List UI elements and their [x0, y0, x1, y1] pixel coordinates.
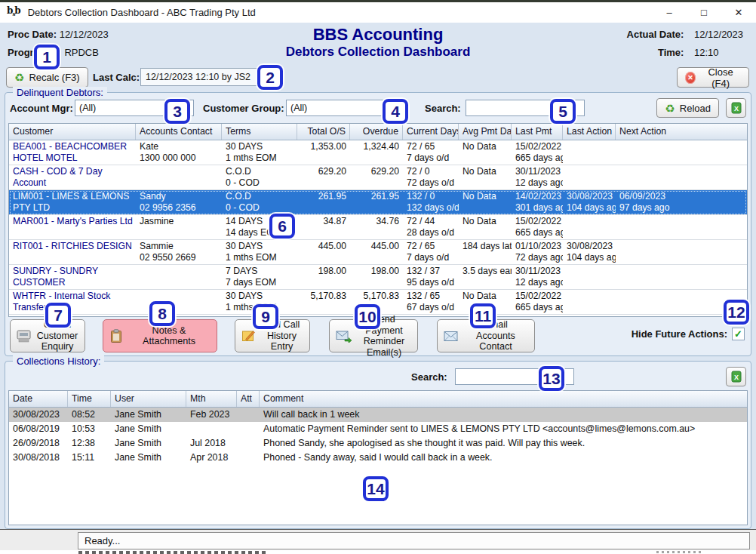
col-user[interactable]: User: [111, 391, 186, 407]
col-overdue[interactable]: Overdue: [350, 124, 403, 140]
cell-time: 10:53: [68, 422, 111, 436]
cell-current: 132 / 0132 days o/d: [403, 190, 459, 214]
annotation-badge-9: 9: [253, 304, 278, 329]
account-mgr-label: Account Mgr:: [10, 103, 73, 114]
cell-lastpmt: 15/02/2022665 days ago: [512, 140, 563, 165]
annotation-badge-13: 13: [539, 366, 564, 391]
cell-terms: C.O.D0 - COD: [222, 165, 297, 189]
history-row[interactable]: 06/08/201910:53Jane SmithAutomatic Payme…: [9, 422, 747, 436]
history-row[interactable]: 30/08/202308:52Jane SmithFeb 2023Will ca…: [9, 408, 747, 422]
close-window-button[interactable]: ✕: [721, 2, 756, 23]
cell-avg: No Data: [459, 165, 512, 189]
debtor-row[interactable]: BEA001 - BEACHCOMBERHOTEL MOTELKate1300 …: [9, 140, 747, 165]
cell-terms: 30 DAYS1 mths EOM: [222, 240, 297, 264]
col-terms[interactable]: Terms: [222, 124, 297, 140]
cell-avg: 3.5 days early: [459, 265, 512, 289]
debtor-row[interactable]: MAR001 - Marty's Parties LtdJasmine14 DA…: [9, 215, 747, 240]
cell-customer: WHTFR - Internal StockTransfer: [9, 290, 136, 314]
col-avg-pmt-days[interactable]: Avg Pmt Da...: [459, 124, 512, 140]
cell-nextaction: [616, 140, 747, 165]
cell-avg: No Data: [459, 215, 512, 239]
col-customer[interactable]: Customer: [9, 124, 136, 140]
clipboard-icon: [109, 329, 123, 343]
debtor-row[interactable]: LIM001 - LIMES & LEMONSPTY LTDSandy02 99…: [9, 190, 747, 215]
recycle-icon: ♻: [14, 72, 24, 83]
cell-comment: Automatic Payment Reminder sent to LIMES…: [260, 422, 747, 436]
annotation-badge-12: 12: [724, 300, 749, 325]
cell-nextaction: 06/09/202397 days ago: [616, 190, 747, 214]
annotation-badge-6: 6: [269, 214, 295, 239]
col-mth[interactable]: Mth: [186, 391, 237, 407]
actual-date-value: 12/12/2023: [694, 29, 748, 40]
col-time[interactable]: Time: [68, 391, 111, 407]
hide-future-actions-label: Hide Future Actions:: [632, 328, 727, 340]
history-table-header: Date Time User Mth Att Comment: [9, 391, 747, 408]
debtor-row[interactable]: RIT001 - RITCHIES DESIGNSammie02 9550 26…: [9, 240, 747, 265]
cell-lastpmt: 30/11/202312 days ago: [512, 265, 563, 289]
cell-user: Jane Smith: [111, 408, 186, 422]
debtor-row[interactable]: SUNDRY - SUNDRYCUSTOMER7 DAYS7 days EOM1…: [9, 265, 747, 290]
cell-comment: Will call back in 1 week: [260, 408, 747, 422]
debtors-table: Customer Accounts Contact Terms Total O/…: [8, 123, 748, 317]
close-f4-button[interactable]: ✕ Close (F4): [677, 67, 749, 88]
program-value: RPDCB: [64, 47, 99, 58]
cell-contact: [136, 265, 222, 289]
export-excel-icon: X: [730, 102, 742, 114]
col-next-action[interactable]: Next Action: [616, 124, 747, 140]
cell-customer: BEA001 - BEACHCOMBERHOTEL MOTEL: [9, 140, 136, 165]
minimize-button[interactable]: –: [652, 2, 687, 23]
cell-current: 132 / 3795 days o/d: [403, 265, 459, 289]
time-row: Time: 12:10: [627, 47, 748, 58]
cell-lastpmt: 15/02/2022665 days ago: [512, 290, 563, 314]
history-row[interactable]: 30/08/201815:11Jane SmithApr 2018Phoned …: [9, 451, 747, 465]
cell-current: 72 / 4428 days o/d: [403, 215, 459, 239]
cell-nextaction: [616, 240, 747, 264]
cell-comment: Phoned Sandy, she apologised as she thou…: [260, 436, 747, 451]
col-current-days[interactable]: Current Days: [403, 124, 459, 140]
annotation-badge-8: 8: [149, 301, 175, 326]
background-window-sliver: [0, 550, 756, 554]
col-att[interactable]: Att: [237, 391, 260, 407]
cell-terms: 30 DAYS1 mths EOM: [222, 140, 297, 165]
col-total-os[interactable]: Total O/S: [297, 124, 350, 140]
cell-customer: CASH - COD & 7 DayAccount: [9, 165, 136, 189]
cell-total: 1,353.00: [297, 140, 350, 165]
export-excel-button[interactable]: X: [726, 98, 746, 118]
reload-button[interactable]: ♻ Reload: [656, 98, 719, 118]
annotation-badge-14: 14: [363, 476, 389, 501]
col-comment[interactable]: Comment: [260, 391, 747, 407]
app-logo-icon: bsb: [7, 7, 20, 18]
time-label: Time:: [658, 47, 684, 58]
history-export-excel-button[interactable]: X: [726, 367, 746, 386]
history-row[interactable]: 26/09/201812:38Jane SmithJul 2018Phoned …: [9, 436, 747, 451]
col-accounts-contact[interactable]: Accounts Contact: [136, 124, 222, 140]
cell-date: 30/08/2018: [9, 451, 68, 465]
cell-att: [237, 422, 260, 436]
collections-history-group: Collections History: Search: X Date Time…: [5, 361, 751, 529]
cell-user: Jane Smith: [111, 422, 186, 436]
col-last-action[interactable]: Last Action: [563, 124, 616, 140]
cell-date: 26/09/2018: [9, 436, 68, 451]
debtor-row[interactable]: CASH - COD & 7 DayAccountC.O.D0 - COD629…: [9, 165, 747, 190]
action-button-label: Notes &Attachments: [128, 325, 211, 347]
cell-date: 30/08/2023: [9, 408, 68, 422]
cell-customer: MAR001 - Marty's Parties Ltd: [9, 215, 136, 239]
col-date[interactable]: Date: [9, 391, 68, 407]
cell-att: [237, 408, 260, 422]
cell-overdue: 629.20: [350, 165, 403, 189]
annotation-badge-1: 1: [34, 45, 60, 69]
col-last-pmt[interactable]: Last Pmt: [512, 124, 563, 140]
recalc-button[interactable]: ♻ Recalc (F3): [6, 67, 88, 88]
cell-total: 5,170.83: [297, 290, 350, 314]
annotation-badge-4: 4: [383, 99, 408, 124]
cell-total: 198.00: [297, 265, 350, 289]
cell-overdue: 198.00: [350, 265, 403, 289]
maximize-button[interactable]: □: [687, 2, 721, 23]
annotation-badge-2: 2: [257, 65, 283, 90]
cell-time: 08:52: [68, 408, 111, 422]
background-artifact: [78, 551, 267, 554]
cell-user: Jane Smith: [111, 451, 186, 465]
history-table: Date Time User Mth Att Comment 30/08/202…: [8, 390, 748, 525]
cell-lastpmt: 01/10/202372 days ago: [512, 240, 563, 264]
hide-future-actions-checkbox[interactable]: ✓: [732, 328, 745, 340]
